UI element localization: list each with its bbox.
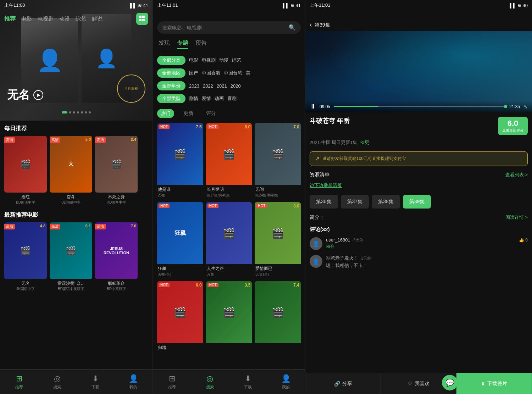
- filter-opt-tw[interactable]: 中国台湾: [224, 70, 242, 76]
- pause-button[interactable]: ⏸: [310, 103, 316, 110]
- episode-button-36[interactable]: 第36集: [310, 195, 338, 209]
- comment-float-button[interactable]: 💬: [442, 375, 458, 390]
- list-item[interactable]: 🎬 7.4: [255, 281, 301, 351]
- filter-opt-tv[interactable]: 电视剧: [202, 57, 216, 63]
- comment-like-1: 👍 0: [519, 238, 528, 243]
- comment-user-1: user_16801: [326, 237, 350, 243]
- rating-number: 6.0: [502, 119, 523, 128]
- back-button[interactable]: ‹: [310, 21, 312, 29]
- episode-button-38[interactable]: 第38集: [372, 195, 400, 209]
- hero-play-button[interactable]: ▶: [33, 90, 43, 100]
- hd-version-link[interactable]: 边下边播超清版: [305, 181, 532, 192]
- tab-trailer[interactable]: 预告: [195, 39, 207, 49]
- filter-opt-2021[interactable]: 2021: [217, 83, 227, 89]
- search-icon[interactable]: 🔍: [289, 24, 296, 31]
- filter-pill-type[interactable]: 全部类型: [157, 94, 185, 103]
- list-item[interactable]: 🎬 高清 6.1 雷霆沙赞! 众... BD国语中英双字: [50, 222, 92, 292]
- sort-new[interactable]: 更新: [180, 109, 197, 118]
- movie-sub-2: BD国语中字: [50, 200, 92, 205]
- filter-pill-year[interactable]: 全部年份: [157, 81, 185, 90]
- hot-badge-6: HOT: [256, 204, 267, 208]
- filter-opt-cn[interactable]: 国产: [189, 70, 198, 76]
- latest-title-1: 无名: [4, 281, 47, 287]
- bottom-nav-p1: ⊞ 推荐 ◎ 搜索 ⬇ 下载 👤 我的: [0, 369, 153, 394]
- filter-opt-animation[interactable]: 动画: [215, 95, 224, 102]
- tab-explain[interactable]: 解说: [92, 16, 102, 22]
- tab-anime[interactable]: 动漫: [59, 16, 70, 22]
- list-item[interactable]: 大 高清 5.0 奋斗 BD国语中字: [50, 136, 92, 205]
- view-list-button[interactable]: 查看列表 >: [505, 172, 528, 178]
- bottom-nav-download-p1[interactable]: ⬇ 下载: [76, 374, 115, 390]
- list-item[interactable]: 🎬 高清 4.8 无名 4K国语中字: [4, 222, 47, 292]
- list-item[interactable]: 狂飙 HOT 狂飙 39集(全): [157, 202, 203, 278]
- bottom-nav-mine-p2[interactable]: 👤 我的: [267, 374, 305, 390]
- list-item[interactable]: 🎬 HOT 3.5: [206, 281, 252, 351]
- list-item[interactable]: 🎬 HOT 7.5 他是谁 25集: [157, 123, 203, 199]
- filter-opt-variety[interactable]: 综艺: [232, 57, 241, 63]
- tab-movie[interactable]: 电影: [21, 16, 32, 22]
- filter-opt-romance[interactable]: 爱情: [202, 95, 211, 102]
- bottom-nav-search-p1[interactable]: ◎ 搜索: [38, 374, 77, 390]
- filter-pill-region[interactable]: 全部地区: [157, 68, 185, 78]
- progress-bar[interactable]: [334, 106, 506, 107]
- bottom-nav-recommend-p2[interactable]: ⊞ 推荐: [153, 374, 191, 390]
- download-action-button[interactable]: ⬇ 下载整片: [456, 373, 532, 394]
- list-item[interactable]: 🎬 HOT 6.0 归路: [157, 281, 203, 351]
- list-item[interactable]: 🎬 HOT 3.0 爱情而已 38集(全): [255, 202, 301, 278]
- filter-opt-movie[interactable]: 电影: [189, 57, 198, 63]
- episode-label: 第39集: [315, 22, 330, 28]
- bottom-nav-search-p2[interactable]: ◎ 搜索: [191, 374, 229, 390]
- list-item[interactable]: 🎬 高清 抢红 BD国语中字: [4, 136, 47, 205]
- list-item[interactable]: 🎬 HOT 人生之路 37集: [206, 202, 252, 278]
- comment-text-2: 嗯，我相信，不卡！: [326, 262, 528, 269]
- share-action-button[interactable]: 🔗 分享: [305, 373, 381, 394]
- read-more-button[interactable]: 阅读详情 >: [505, 214, 528, 221]
- grid-menu-button[interactable]: [136, 13, 148, 25]
- filter-opt-2023[interactable]: 2023: [189, 83, 199, 89]
- sort-rating[interactable]: 评分: [203, 109, 220, 118]
- movie-badge-3: 高清: [95, 137, 106, 143]
- list-item[interactable]: 🎬 HOT 6.0 长月烬明 第17集/共40集: [206, 123, 252, 199]
- search-input[interactable]: [162, 25, 286, 30]
- list-item[interactable]: 🎬 高清 2.4 不死之身 HD国粤中字: [95, 136, 138, 205]
- filter-opt-drama[interactable]: 剧情: [189, 95, 198, 102]
- tab-tv[interactable]: 电视剧: [38, 16, 54, 22]
- filter-opt-comedy[interactable]: 喜剧: [227, 95, 237, 102]
- recommend-icon-p1: ⊞: [16, 374, 22, 383]
- bottom-nav-mine-p1[interactable]: 👤 我的: [115, 374, 153, 390]
- sort-hot[interactable]: 热门: [157, 109, 174, 118]
- promo-banner[interactable]: ↗ 邀请好友获取奖励100元可直接提现到支付宝: [310, 151, 528, 166]
- filter-opt-hk[interactable]: 中国香港: [202, 70, 220, 76]
- more-button[interactable]: 催更: [360, 139, 369, 146]
- grid-score-8: 3.5: [245, 283, 251, 288]
- grid-sub-4: 39集(全): [157, 272, 203, 278]
- filter-opt-us[interactable]: 美: [246, 70, 250, 76]
- intro-row: 简介： 阅读详情 >: [305, 211, 532, 223]
- tab-discover[interactable]: 发现: [159, 39, 170, 49]
- list-item[interactable]: 🎬 7.0 无间 第24集/共40集: [255, 123, 301, 199]
- list-item[interactable]: JESUSREVOLUTION 高清 7.0 耶稣革命 BD中英双字: [95, 222, 138, 292]
- comment-like-count-1: 0: [525, 238, 528, 243]
- tab-recommend[interactable]: 推荐: [4, 15, 16, 23]
- tab-topic[interactable]: 专题: [177, 39, 188, 49]
- total-time: 21:35: [509, 104, 520, 109]
- status-bar-p3: 上午11:01 ▌▌ ≋ 40: [305, 0, 532, 11]
- search-bar[interactable]: 🔍: [157, 21, 301, 34]
- bottom-nav-download-p2[interactable]: ⬇ 下载: [229, 374, 267, 390]
- episode-button-39[interactable]: 第39集: [403, 195, 431, 209]
- fullscreen-button[interactable]: ⤡: [523, 104, 528, 110]
- grid-title-3: 无间: [255, 185, 301, 193]
- filter-opt-2020[interactable]: 2020: [231, 83, 241, 89]
- panel2: 上午11:01 ▌▌ ≋ 41 🔍 发现 专题 预告 全部分类 电影 电视剧 动…: [153, 0, 305, 394]
- filter-pill-category[interactable]: 全部分类: [157, 56, 185, 65]
- grid-score-7: 6.0: [196, 283, 202, 288]
- filter-opt-anime[interactable]: 动漫: [219, 57, 228, 63]
- movie-thumb-1: 🎬 高清: [4, 136, 47, 193]
- filter-opt-2022[interactable]: 2022: [203, 83, 213, 89]
- grid-title-6: 爱情而已: [255, 264, 301, 272]
- search-bar-wrap: 🔍: [153, 11, 305, 37]
- video-player[interactable]: ⏸ 09:05 21:35 ⤡: [305, 31, 532, 112]
- tab-variety[interactable]: 综艺: [76, 16, 86, 22]
- bottom-nav-recommend-p1[interactable]: ⊞ 推荐: [0, 374, 38, 390]
- episode-button-37[interactable]: 第37集: [341, 195, 369, 209]
